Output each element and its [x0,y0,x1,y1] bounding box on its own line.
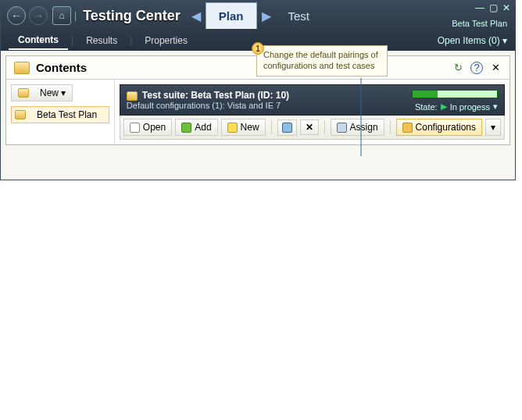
folder-icon [15,110,26,119]
folder-icon [18,88,29,98]
folder-icon [14,62,30,74]
forward-button[interactable]: → [29,6,48,25]
tree-pane: New ▾ Beta Test Plan [6,80,115,144]
configurations-icon [402,123,413,133]
delete-button[interactable]: ✕ [300,119,319,135]
tab-right-arrow[interactable]: ▶ [257,9,276,23]
progress-bar [412,90,498,98]
tab-test[interactable]: Test [276,3,323,29]
open-button[interactable]: Open [123,119,172,136]
contents-title: Contents [36,61,87,74]
refresh-icon[interactable]: ↻ [452,62,464,74]
back-button[interactable]: ← [7,6,26,25]
callout-1: Change the default pairings of configura… [256,45,388,77]
configurations-button[interactable]: Configurations [396,119,482,136]
open-icon [130,123,140,133]
new-button[interactable]: New [221,119,266,136]
open-items-dropdown[interactable]: Open Items (0) ▾ [438,35,507,46]
current-plan-label: Beta Test Plan [452,19,507,28]
copy-icon [282,123,292,133]
state-dropdown-icon[interactable]: ▾ [493,101,498,112]
panel-close-icon[interactable]: ✕ [489,62,502,74]
title-bar: ← → ⌂ | Testing Center ◀ Plan ▶ Test — ▢… [1,1,515,30]
window-controls: — ▢ ✕ [475,2,510,13]
configurations-dropdown[interactable]: ▾ [485,119,501,136]
home-button[interactable]: ⌂ [52,6,71,25]
app-title: Testing Center [83,8,181,24]
delete-icon: ✕ [306,122,313,133]
tree-item-root[interactable]: Beta Test Plan [11,106,109,123]
suite-header: Test suite: Beta Test Plan (ID: 10) Defa… [120,84,505,116]
new-dropdown[interactable]: New ▾ [11,84,73,101]
subtab-properties[interactable]: Properties [135,32,197,49]
suite-toolbar: Open Add New ✕ Assign Configurations ▾ [120,116,505,140]
tab-left-arrow[interactable]: ◀ [187,9,206,23]
app-window: ← → ⌂ | Testing Center ◀ Plan ▶ Test — ▢… [0,0,516,180]
new-icon [227,123,238,133]
state-value[interactable]: In progess [450,102,490,112]
play-icon: ▶ [441,101,447,112]
badge-1: 1 [252,42,264,55]
subtab-contents[interactable]: Contents [9,31,68,50]
add-button[interactable]: Add [175,119,217,136]
state-label: State: [415,102,438,112]
subtab-results[interactable]: Results [77,32,127,49]
assign-icon [337,123,347,133]
folder-icon [127,91,138,101]
minimize-icon[interactable]: — [475,2,484,13]
maximize-icon[interactable]: ▢ [489,2,498,13]
add-icon [181,123,191,133]
copy-button[interactable] [277,119,297,136]
tab-plan[interactable]: Plan [206,2,257,29]
assign-button[interactable]: Assign [331,119,384,136]
help-icon[interactable]: ? [470,62,483,74]
close-icon[interactable]: ✕ [502,2,510,13]
